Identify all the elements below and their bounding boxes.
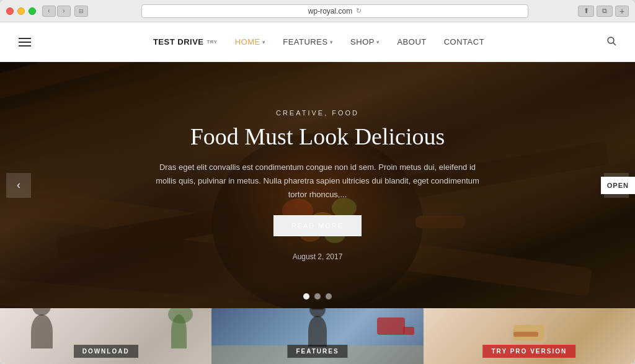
hero-image: CREATIVE, FOOD Food Must Look Delicious …	[0, 62, 635, 308]
url-text: wp-royal.com	[308, 7, 352, 16]
truck-cab	[403, 327, 414, 335]
hero-description: Dras eget elit convallis est condimentum…	[150, 161, 485, 202]
nav-links: TEST DRIVETRY HOME ▾ FEATURES ▾ SHOP ▾ A…	[153, 37, 484, 47]
share-button[interactable]: ⬆	[578, 6, 594, 17]
address-bar[interactable]: wp-royal.com ↻	[141, 4, 528, 18]
card-pro[interactable]: TRY PRO VERSION	[424, 308, 635, 364]
card-download[interactable]: DOWNLOAD	[0, 308, 211, 364]
chevron-down-icon: ▾	[376, 39, 380, 45]
forward-button[interactable]: ›	[57, 6, 71, 17]
bottom-cards: DOWNLOAD F	[0, 308, 635, 364]
beach-head	[309, 308, 326, 317]
minimize-button[interactable]	[17, 7, 25, 15]
window-actions: ⬆ ⧉ +	[578, 6, 629, 17]
hamburger-line	[19, 42, 31, 43]
chevron-down-icon: ▾	[330, 39, 334, 45]
nav-contact[interactable]: CONTACT	[444, 37, 484, 47]
slider-dot-2[interactable]	[314, 293, 321, 300]
sandwich-filling	[513, 332, 538, 337]
hero-content: CREATIVE, FOOD Food Must Look Delicious …	[125, 109, 510, 262]
beach-person	[308, 316, 327, 347]
hamburger-line	[19, 38, 31, 39]
truck-body	[377, 317, 405, 335]
hamburger-menu[interactable]	[19, 38, 31, 47]
nav-shop[interactable]: SHOP ▾	[350, 37, 380, 47]
slider-dots	[303, 293, 332, 300]
hamburger-line	[19, 45, 31, 47]
fullscreen-button[interactable]	[29, 7, 36, 15]
title-bar: ‹ › ⊟ wp-royal.com ↻ ⬆ ⧉ +	[0, 0, 635, 22]
traffic-lights	[6, 7, 36, 15]
chevron-down-icon: ▾	[262, 39, 266, 45]
add-tab-button[interactable]: +	[615, 6, 629, 17]
hero-date: August 2, 2017	[150, 252, 485, 261]
browser-nav-buttons: ‹ ›	[42, 6, 71, 17]
back-button[interactable]: ‹	[42, 6, 56, 17]
hero-slider: CREATIVE, FOOD Food Must Look Delicious …	[0, 62, 635, 308]
card-label-features: FEATURES	[287, 345, 347, 358]
svg-line-1	[613, 43, 616, 45]
side-panel: OPEN	[601, 177, 635, 194]
read-more-button[interactable]: READ MORE	[273, 215, 362, 236]
nav-about[interactable]: ABOUT	[397, 37, 426, 47]
mac-window: ‹ › ⊟ wp-royal.com ↻ ⬆ ⧉ + TEST DR	[0, 0, 635, 364]
slider-dot-3[interactable]	[326, 293, 332, 300]
slider-prev-button[interactable]: ‹	[6, 173, 31, 198]
refresh-icon[interactable]: ↻	[356, 7, 362, 15]
figure-person	[31, 314, 53, 348]
website-content: TEST DRIVETRY HOME ▾ FEATURES ▾ SHOP ▾ A…	[0, 22, 635, 364]
svg-point-0	[608, 37, 614, 43]
slider-dot-1[interactable]	[303, 293, 309, 300]
card-features[interactable]: FEATURES	[211, 308, 423, 364]
open-panel-button[interactable]: OPEN	[601, 177, 635, 194]
nav-features[interactable]: FEATURES ▾	[283, 37, 333, 47]
sunglasses	[311, 308, 324, 309]
hero-category: CREATIVE, FOOD	[150, 109, 485, 117]
figure-plant-leaves	[168, 308, 193, 324]
hero-title: Food Must Look Delicious	[150, 123, 485, 151]
tab-view-button[interactable]: ⊟	[74, 6, 88, 17]
new-tab-button[interactable]: ⧉	[597, 6, 613, 17]
figure-head	[32, 308, 51, 316]
nav-testdrive[interactable]: TEST DRIVETRY	[153, 37, 218, 47]
nav-home[interactable]: HOME ▾	[235, 37, 266, 47]
site-navigation: TEST DRIVETRY HOME ▾ FEATURES ▾ SHOP ▾ A…	[0, 22, 635, 62]
close-button[interactable]	[6, 7, 14, 15]
card-label-pro: TRY PRO VERSION	[482, 345, 575, 358]
card-label-download: DOWNLOAD	[74, 345, 138, 358]
search-button[interactable]	[606, 36, 616, 48]
